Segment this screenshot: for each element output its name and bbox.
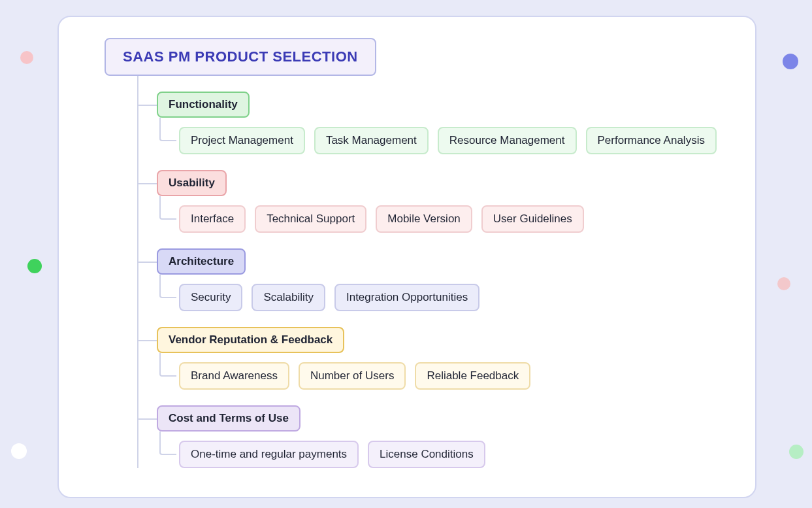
child-node: Scalability: [252, 284, 325, 311]
connector-line: [137, 262, 157, 263]
children-row-vendor: Brand Awareness Number of Users Reliable…: [157, 362, 729, 390]
section-cost: Cost and Terms of Use One-time and regul…: [131, 390, 729, 468]
decorative-dot: [789, 445, 804, 459]
child-node: License Conditions: [368, 441, 485, 468]
child-node: Number of Users: [299, 362, 406, 390]
connector-elbow: [159, 275, 176, 298]
decorative-dot: [783, 54, 798, 69]
children-row-architecture: Security Scalability Integration Opportu…: [157, 284, 729, 311]
child-node: Reliable Feedback: [415, 362, 530, 390]
connector-elbow: [159, 432, 176, 455]
child-node: One-time and regular payments: [179, 441, 359, 468]
section-vendor: Vendor Reputation & Feedback Brand Aware…: [131, 311, 729, 390]
child-node: Resource Management: [438, 127, 577, 154]
category-node-architecture: Architecture: [157, 248, 246, 275]
connector-line: [137, 418, 157, 420]
section-usability: Usability Interface Technical Support Mo…: [131, 154, 729, 233]
root-node: SAAS PM PRODUCT SELECTION: [105, 38, 376, 76]
child-node: Interface: [179, 205, 246, 233]
child-node: Security: [179, 284, 242, 311]
connector-elbow: [159, 118, 176, 141]
child-node: Performance Analysis: [586, 127, 717, 154]
child-node: User Guidelines: [481, 205, 584, 233]
section-functionality: Functionality Project Management Task Ma…: [131, 76, 729, 154]
connector-elbow: [159, 353, 176, 377]
sections-container: Functionality Project Management Task Ma…: [131, 76, 729, 468]
child-node: Technical Support: [255, 205, 366, 233]
connector-line: [137, 183, 157, 184]
children-row-usability: Interface Technical Support Mobile Versi…: [157, 205, 729, 233]
child-node: Task Management: [314, 127, 429, 154]
decorative-dot: [11, 443, 27, 459]
child-node: Project Management: [179, 127, 305, 154]
connector-line: [137, 340, 157, 341]
children-row-functionality: Project Management Task Management Resou…: [157, 127, 729, 154]
category-node-usability: Usability: [157, 170, 227, 196]
child-node: Brand Awareness: [179, 362, 289, 390]
diagram-canvas: SAAS PM PRODUCT SELECTION Functionality …: [57, 16, 756, 498]
decorative-dot: [27, 259, 42, 273]
category-node-vendor: Vendor Reputation & Feedback: [157, 327, 344, 353]
decorative-dot: [777, 277, 790, 290]
connector-line: [137, 105, 157, 106]
children-row-cost: One-time and regular payments License Co…: [157, 441, 729, 468]
child-node: Mobile Version: [376, 205, 472, 233]
decorative-dot: [20, 51, 33, 64]
category-node-functionality: Functionality: [157, 92, 250, 118]
section-architecture: Architecture Security Scalability Integr…: [131, 233, 729, 311]
category-node-cost: Cost and Terms of Use: [157, 405, 300, 432]
connector-elbow: [159, 196, 176, 220]
child-node: Integration Opportunities: [334, 284, 479, 311]
